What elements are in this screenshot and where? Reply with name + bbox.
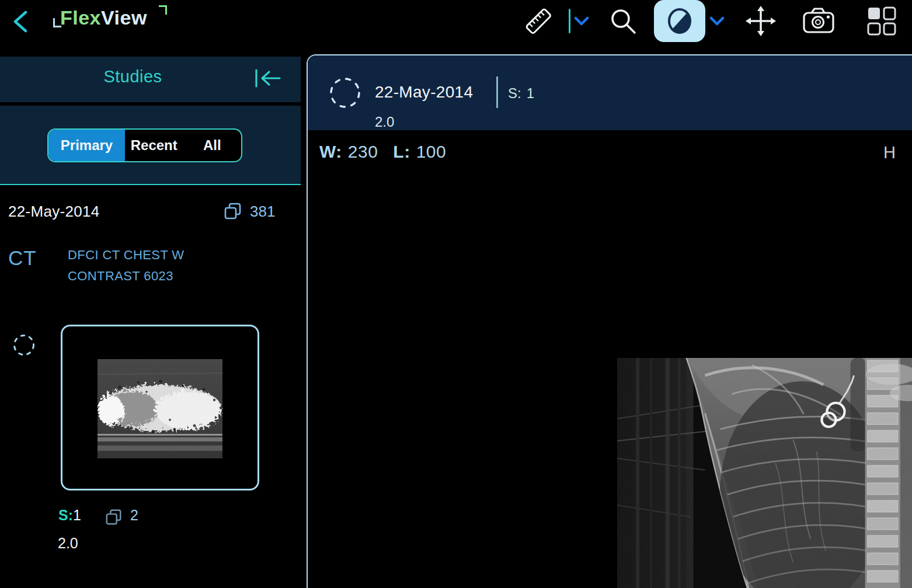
series-instance-count: 2 — [130, 507, 138, 524]
studies-panel-title: Studies — [0, 67, 266, 86]
study-description: DFCI CT CHEST W CONTRAST 6023 — [68, 245, 208, 287]
series-thumbnail-image — [98, 359, 222, 458]
measure-dropdown-button[interactable] — [572, 13, 591, 30]
series-thumbnail[interactable] — [61, 325, 259, 490]
pan-tool-button[interactable] — [743, 3, 779, 39]
move-arrows-icon — [744, 5, 777, 37]
tab-primary[interactable]: Primary — [48, 130, 125, 161]
series-label: S: — [58, 507, 73, 523]
dashed-circle-icon — [329, 76, 361, 109]
flexview-app: FlexView — [0, 0, 912, 588]
orientation-marker: H — [883, 143, 896, 162]
chevron-down-icon — [574, 16, 589, 27]
studies-panel-header: Studies — [0, 57, 301, 102]
logo-text-flex: Flex — [60, 6, 101, 29]
toolbar-divider — [569, 9, 570, 33]
viewport-series-description: 2.0 — [375, 114, 394, 130]
study-row[interactable]: 22-May-2014 381 — [0, 197, 301, 225]
level-value: 100 — [416, 142, 447, 161]
copy-stack-icon — [105, 509, 123, 526]
study-image-count: 381 — [250, 203, 275, 221]
collapse-panel-icon — [253, 68, 283, 89]
chevron-down-icon — [709, 16, 725, 27]
window-level-overlay: W:230L:100 — [319, 142, 461, 162]
layout-tool-button[interactable] — [865, 5, 898, 37]
magnifier-icon — [608, 6, 638, 36]
measure-tool-button[interactable] — [521, 4, 555, 38]
contrast-icon — [667, 7, 692, 35]
logo-text-view: View — [101, 6, 147, 29]
study-date: 22-May-2014 — [8, 203, 100, 221]
ruler-icon — [523, 5, 554, 37]
capture-tool-button[interactable] — [801, 5, 836, 36]
window-level-tool-button[interactable] — [654, 0, 705, 42]
viewport-series-number: 1 — [527, 85, 534, 101]
dashed-circle-icon — [12, 333, 36, 357]
ct-scout-image — [617, 358, 912, 588]
studies-filter-section: Primary Recent All — [0, 106, 301, 185]
series-header-row[interactable]: CT DFCI CT CHEST W CONTRAST 6023 — [0, 239, 301, 286]
viewport-header-divider — [496, 76, 498, 108]
top-bar: FlexView — [0, 0, 912, 54]
app-logo: FlexView — [60, 6, 147, 29]
series-meta-row: S:1 — [58, 507, 81, 524]
collapse-panel-button[interactable] — [253, 66, 283, 92]
level-label: L: — [393, 142, 410, 161]
tab-recent[interactable]: Recent — [125, 130, 183, 161]
modality-label: CT — [8, 246, 37, 270]
image-viewport[interactable]: 22-May-2014 S:1 2.0 W:230L:100 H — [307, 54, 912, 588]
copy-stack-icon — [224, 202, 242, 221]
camera-icon — [802, 6, 835, 34]
back-button[interactable] — [7, 8, 35, 36]
studies-filter-tabs: Primary Recent All — [47, 128, 242, 162]
window-value: 230 — [348, 142, 378, 161]
viewport-header: 22-May-2014 S:1 2.0 — [308, 55, 912, 130]
zoom-tool-button[interactable] — [606, 4, 640, 38]
viewport-study-date: 22-May-2014 — [375, 83, 473, 102]
tab-all[interactable]: All — [183, 130, 242, 161]
window-label: W: — [319, 142, 342, 161]
logo-bracket-top-right-icon — [159, 5, 167, 15]
series-description: 2.0 — [58, 535, 78, 552]
chevron-left-icon — [9, 9, 33, 34]
series-number: 1 — [73, 507, 81, 523]
grid-layout-icon — [867, 6, 896, 36]
viewport-series-info: S:1 — [508, 85, 534, 102]
viewport-series-label: S: — [508, 85, 521, 101]
window-level-dropdown-button[interactable] — [708, 13, 726, 30]
